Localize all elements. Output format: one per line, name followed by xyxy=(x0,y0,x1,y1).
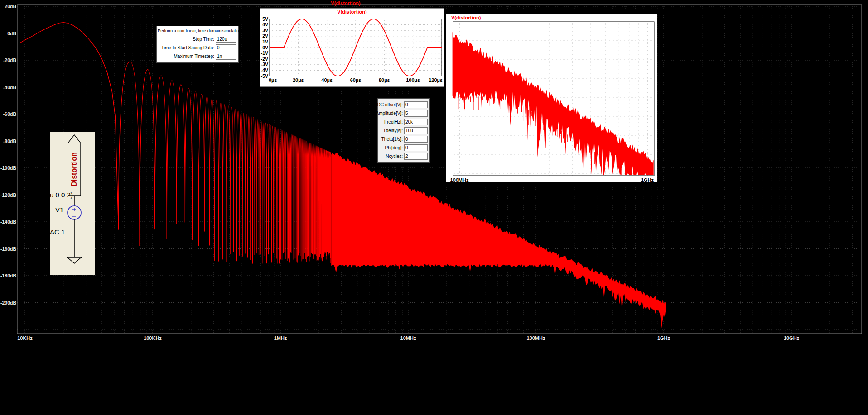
svg-text:1GHz: 1GHz xyxy=(657,335,670,341)
ground-symbol[interactable] xyxy=(67,257,82,263)
transient-settings-dialog: Perform a non-linear, time-domain simula… xyxy=(156,26,239,63)
svg-text:10MHz: 10MHz xyxy=(400,335,416,341)
main-x-axis-labels: 10KHz100KHz1MHz10MHz100MHz1GHz10GHz xyxy=(17,335,799,341)
svg-text:0µs: 0µs xyxy=(269,77,277,83)
svg-text:-1V: -1V xyxy=(261,50,268,56)
time-inset-title: V(distortion) xyxy=(260,9,444,14)
transient-dialog-title: Perform a non-linear, time-domain simula… xyxy=(158,28,237,33)
svg-text:10KHz: 10KHz xyxy=(17,335,33,341)
svg-text:-120dB: -120dB xyxy=(0,192,16,198)
svg-text:100µs: 100µs xyxy=(406,77,420,83)
svg-text:40µs: 40µs xyxy=(321,77,333,83)
amplitude-input[interactable] xyxy=(404,110,428,117)
svg-text:10GHz: 10GHz xyxy=(784,335,800,341)
svg-text:20µs: 20µs xyxy=(293,77,304,83)
max-timestep-input[interactable] xyxy=(216,53,236,60)
svg-text:-60dB: -60dB xyxy=(3,111,17,117)
svg-text:-40dB: -40dB xyxy=(3,85,17,90)
schematic-panel[interactable]: Distortion u 0 0 2) V1 AC 1 xyxy=(50,132,95,275)
ncycles-input[interactable] xyxy=(404,153,428,160)
svg-text:100MHz: 100MHz xyxy=(527,335,545,341)
svg-text:4V: 4V xyxy=(262,22,268,27)
hf-inset-title: V(distortion) xyxy=(451,15,481,20)
freq-input[interactable] xyxy=(404,119,428,125)
svg-text:-80dB: -80dB xyxy=(3,138,17,144)
main-y-axis-labels: 20dB0dB-20dB-40dB-60dB-80dB-100dB-120dB-… xyxy=(0,4,16,305)
source-ac-directive: AC 1 xyxy=(50,228,65,236)
svg-text:-20dB: -20dB xyxy=(3,57,17,63)
dc-offset-input[interactable] xyxy=(404,101,428,108)
svg-text:3V: 3V xyxy=(262,28,268,33)
stop-time-input[interactable] xyxy=(216,36,236,43)
voltage-source-symbol[interactable] xyxy=(68,206,81,219)
ncycles-label: Ncycles: xyxy=(386,154,403,159)
svg-text:-100dB: -100dB xyxy=(0,165,16,171)
tdelay-input[interactable] xyxy=(404,127,428,134)
hf-fft-plot: 100MHz1GHz xyxy=(446,14,657,182)
svg-text:-3V: -3V xyxy=(261,62,268,67)
svg-text:1V: 1V xyxy=(262,39,268,44)
svg-text:120µs: 120µs xyxy=(429,77,443,83)
time-domain-inset-window[interactable]: 5V4V3V2V1V0V-1V-2V-3V-4V-5V0µs20µs40µs60… xyxy=(260,8,444,87)
svg-text:100KHz: 100KHz xyxy=(144,335,162,341)
svg-text:0V: 0V xyxy=(262,45,268,50)
svg-text:5V: 5V xyxy=(262,16,268,22)
max-timestep-label: Maximum Timestep: xyxy=(174,54,214,59)
svg-text:60µs: 60µs xyxy=(350,77,362,83)
svg-text:-4V: -4V xyxy=(261,67,268,73)
time-start-saving-input[interactable] xyxy=(216,44,236,51)
svg-text:2V: 2V xyxy=(262,33,268,38)
ltspice-window: 20dB0dB-20dB-40dB-60dB-80dB-100dB-120dB-… xyxy=(0,0,868,415)
phi-input[interactable] xyxy=(404,144,428,151)
theta-label: Theta[1/s]: xyxy=(381,137,403,142)
svg-text:1GHz: 1GHz xyxy=(641,177,654,182)
time-start-saving-label: Time to Start Saving Data: xyxy=(161,45,214,50)
svg-text:-180dB: -180dB xyxy=(0,273,16,278)
source-designator: V1 xyxy=(55,206,63,214)
time-domain-plot: 5V4V3V2V1V0V-1V-2V-3V-4V-5V0µs20µs40µs60… xyxy=(260,8,444,87)
stop-time-label: Stop Time: xyxy=(193,37,214,42)
svg-text:-5V: -5V xyxy=(261,73,268,79)
freq-label: Freq[Hz]: xyxy=(384,119,403,124)
svg-text:20dB: 20dB xyxy=(5,4,16,9)
hf-fft-inset-window[interactable]: 100MHz1GHz V(distortion) xyxy=(446,14,657,182)
sine-source-dialog: DC offset[V]: Amplitude[V]: Freq[Hz]: Td… xyxy=(377,98,430,163)
dc-offset-label: DC offset[V]: xyxy=(377,102,403,107)
svg-text:80µs: 80µs xyxy=(379,77,390,83)
svg-text:0dB: 0dB xyxy=(7,31,16,36)
svg-text:100MHz: 100MHz xyxy=(450,177,469,182)
main-plot-title: V(distortion) xyxy=(294,0,398,6)
svg-text:-200dB: -200dB xyxy=(0,300,16,305)
amplitude-label: Amplitude[V]: xyxy=(376,111,403,116)
spice-param-clipped-text: u 0 0 2) xyxy=(50,191,73,199)
theta-input[interactable] xyxy=(404,136,428,143)
svg-text:1MHz: 1MHz xyxy=(274,335,287,341)
svg-text:-140dB: -140dB xyxy=(0,219,16,224)
tdelay-label: Tdelay[s]: xyxy=(383,128,403,133)
svg-text:-2V: -2V xyxy=(261,56,268,62)
phi-label: Phi[deg]: xyxy=(385,145,403,150)
time-x-axis-labels: 0µs20µs40µs60µs80µs100µs120µs xyxy=(269,77,443,83)
svg-text:-160dB: -160dB xyxy=(0,246,16,252)
